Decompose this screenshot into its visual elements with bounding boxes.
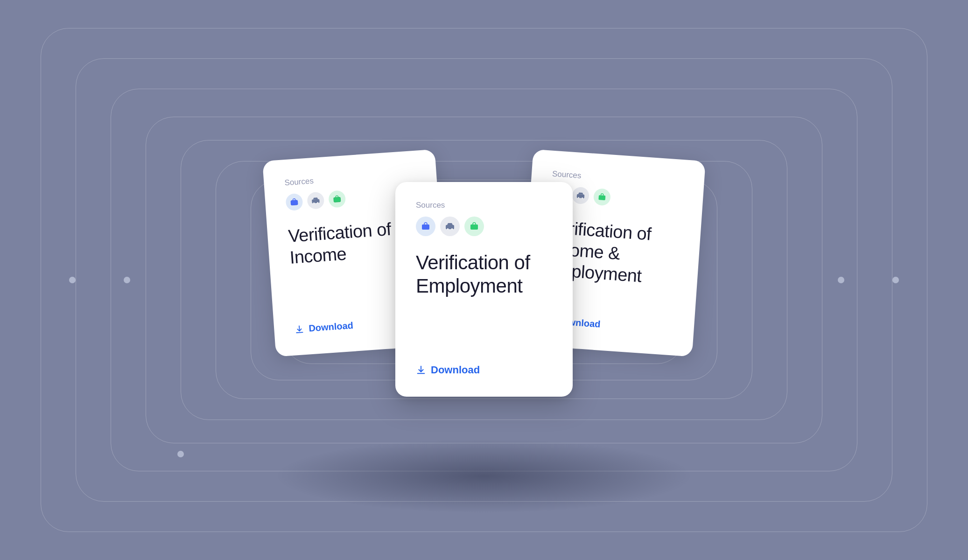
card-center: Sources bbox=[395, 182, 573, 397]
sources-label-right: Sources bbox=[552, 169, 684, 188]
svg-rect-13 bbox=[446, 225, 454, 229]
svg-rect-8 bbox=[577, 194, 585, 198]
sources-label-center: Sources bbox=[416, 201, 552, 210]
download-icon-center bbox=[416, 365, 426, 375]
sources-label-left: Sources bbox=[284, 169, 416, 188]
source-icon-briefcase-left bbox=[285, 193, 303, 211]
cards-wrapper: Sources bbox=[274, 135, 694, 425]
svg-point-15 bbox=[451, 228, 453, 230]
svg-rect-0 bbox=[291, 200, 298, 205]
download-button-center[interactable]: Download bbox=[416, 364, 552, 376]
source-icon-green-center bbox=[464, 217, 484, 236]
svg-rect-11 bbox=[598, 195, 605, 200]
source-icon-green-left bbox=[328, 190, 346, 208]
source-icon-car-center bbox=[440, 217, 460, 236]
download-icon-left bbox=[295, 324, 304, 334]
sources-icons-center bbox=[416, 217, 552, 236]
svg-rect-12 bbox=[422, 224, 429, 230]
card-title-center: Verification of Employment bbox=[416, 251, 552, 317]
svg-rect-16 bbox=[470, 224, 478, 230]
svg-rect-2 bbox=[312, 199, 320, 203]
source-icon-car-left bbox=[307, 192, 324, 210]
source-icon-briefcase-center bbox=[416, 217, 435, 236]
svg-rect-5 bbox=[334, 197, 341, 202]
source-icon-car-right bbox=[572, 187, 589, 204]
cards-scene: Sources bbox=[0, 0, 968, 560]
svg-point-14 bbox=[447, 228, 449, 230]
source-icon-green-right bbox=[593, 188, 611, 206]
